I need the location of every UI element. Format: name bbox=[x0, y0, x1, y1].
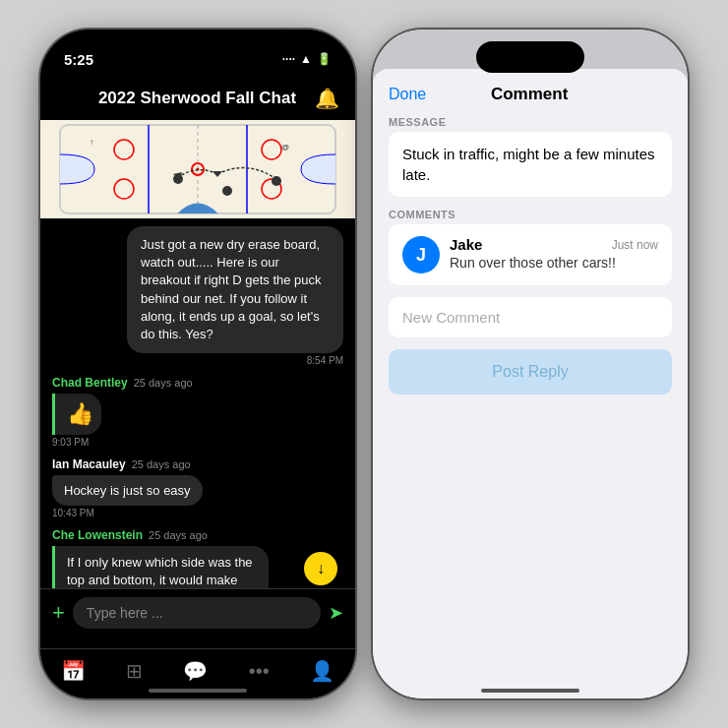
message-label: MESSAGE bbox=[389, 116, 672, 128]
svg-text:↑: ↑ bbox=[90, 138, 93, 147]
wifi-icon: ▲ bbox=[300, 52, 312, 66]
right-phone: Done Comment MESSAGE Stuck in traffic, m… bbox=[373, 30, 688, 698]
battery-icon: 🔋 bbox=[317, 52, 332, 66]
comments-section: COMMENTS J Jake Just now Run over those … bbox=[389, 209, 672, 285]
dynamic-island bbox=[144, 41, 252, 73]
send-button[interactable]: ➤ bbox=[329, 602, 343, 624]
right-screen: Done Comment MESSAGE Stuck in traffic, m… bbox=[373, 30, 688, 698]
chat-title: 2022 Sherwood Fall Chat bbox=[80, 89, 315, 108]
svg-point-13 bbox=[272, 176, 281, 186]
message-input[interactable]: Type here ... bbox=[73, 597, 321, 629]
comment-nav: Done Comment bbox=[373, 69, 688, 116]
dynamic-island-right bbox=[476, 41, 584, 73]
sender-name-ian: Ian Macauley bbox=[52, 457, 126, 471]
tab-profile[interactable]: 👤 bbox=[310, 659, 334, 683]
jake-time: Just now bbox=[612, 238, 658, 252]
sender-row-che: Che Lowenstein 25 days ago bbox=[52, 528, 343, 542]
chat-header: 2022 Sherwood Fall Chat 🔔 bbox=[40, 81, 355, 120]
jake-name: Jake bbox=[450, 236, 482, 253]
message-bubble-1: Just got a new dry erase board, watch ou… bbox=[127, 226, 343, 353]
ian-message: Hockey is just so easy 10:43 PM bbox=[52, 475, 343, 518]
tab-more[interactable]: ••• bbox=[249, 660, 270, 683]
tab-grid[interactable]: ⊞ bbox=[126, 659, 143, 683]
tab-chat[interactable]: 💬 bbox=[183, 659, 208, 683]
sender-row-ian: Ian Macauley 25 days ago bbox=[52, 457, 343, 471]
msg-time-chad: 9:03 PM bbox=[52, 437, 343, 448]
sender-time-che: 25 days ago bbox=[149, 529, 208, 541]
message-section: MESSAGE Stuck in traffic, might be a few… bbox=[389, 116, 672, 197]
whiteboard-drawing: @ ↑ bbox=[40, 120, 355, 218]
jake-avatar: J bbox=[402, 236, 440, 273]
sender-name-chad: Chad Bentley bbox=[52, 376, 128, 390]
che-bubble: If I only knew which side was the top an… bbox=[52, 546, 269, 588]
comments-label: COMMENTS bbox=[389, 209, 672, 220]
new-comment-input[interactable]: New Comment bbox=[389, 297, 672, 337]
jake-comment-text: Run over those other cars!! bbox=[450, 255, 658, 271]
bell-icon[interactable]: 🔔 bbox=[315, 87, 339, 110]
left-phone: 5:25 ···· ▲ 🔋 2022 Sherwood Fall Chat 🔔 bbox=[40, 30, 355, 698]
done-button[interactable]: Done bbox=[389, 86, 426, 103]
post-reply-button[interactable]: Post Reply bbox=[389, 349, 672, 394]
whiteboard-svg: @ ↑ bbox=[40, 120, 355, 218]
sender-time-chad: 25 days ago bbox=[134, 377, 193, 389]
arrow-down-icon: ↓ bbox=[317, 560, 325, 577]
sender-name-che: Che Lowenstein bbox=[52, 528, 143, 542]
comment-modal: Done Comment MESSAGE Stuck in traffic, m… bbox=[373, 69, 688, 698]
tab-calendar[interactable]: 📅 bbox=[61, 659, 86, 683]
scroll-down-fab[interactable]: ↓ bbox=[304, 552, 337, 585]
svg-text:@: @ bbox=[281, 143, 289, 152]
comment-modal-title: Comment bbox=[491, 85, 568, 104]
comment-item-jake: J Jake Just now Run over those other car… bbox=[402, 236, 658, 273]
comments-list: J Jake Just now Run over those other car… bbox=[389, 224, 672, 285]
signal-icon: ···· bbox=[282, 52, 295, 66]
message-time-1: 8:54 PM bbox=[127, 355, 343, 366]
message-outgoing: Just got a new dry erase board, watch ou… bbox=[127, 226, 343, 366]
jake-comment-header: Jake Just now bbox=[450, 236, 658, 253]
jake-comment-content: Jake Just now Run over those other cars!… bbox=[450, 236, 658, 271]
chat-input-row: + Type here ... ➤ bbox=[40, 588, 355, 648]
svg-point-14 bbox=[222, 186, 232, 196]
comment-body: MESSAGE Stuck in traffic, might be a few… bbox=[373, 116, 688, 698]
thumbsup-bubble: 👍 bbox=[52, 394, 101, 435]
home-indicator-right bbox=[481, 689, 579, 693]
messages-area: Just got a new dry erase board, watch ou… bbox=[40, 218, 355, 588]
left-screen: 5:25 ···· ▲ 🔋 2022 Sherwood Fall Chat 🔔 bbox=[40, 30, 355, 698]
svg-point-15 bbox=[173, 174, 183, 184]
thumbsup-message: 👍 9:03 PM bbox=[52, 394, 343, 448]
status-time: 5:25 bbox=[64, 51, 93, 68]
sender-row-chad: Chad Bentley 25 days ago bbox=[52, 376, 343, 390]
ian-bubble: Hockey is just so easy bbox=[52, 475, 203, 506]
che-message: If I only knew which side was the top an… bbox=[52, 546, 343, 588]
plus-button[interactable]: + bbox=[52, 600, 65, 626]
chat-image: @ ↑ bbox=[40, 120, 355, 218]
sender-time-ian: 25 days ago bbox=[132, 458, 191, 470]
ian-time: 10:43 PM bbox=[52, 508, 343, 518]
status-icons: ···· ▲ 🔋 bbox=[282, 52, 332, 66]
home-indicator-left bbox=[149, 689, 247, 693]
message-card: Stuck in traffic, might be a few minutes… bbox=[389, 132, 672, 197]
